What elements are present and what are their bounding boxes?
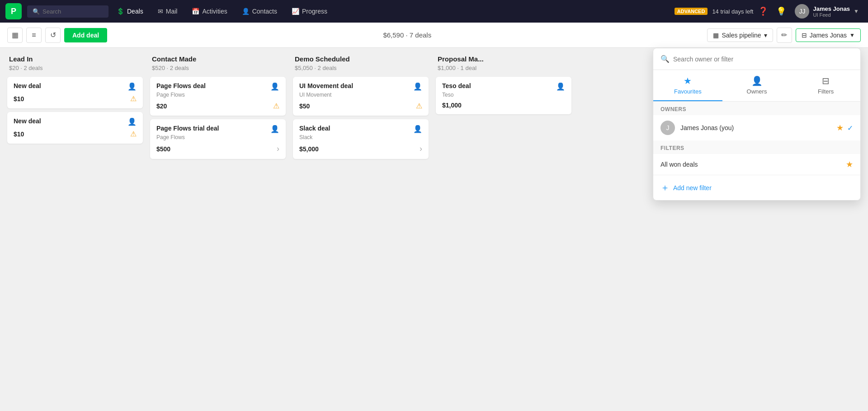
deal-subtitle: Teso [442, 92, 565, 98]
deal-card[interactable]: New deal 👤 $10 ⚠ [7, 112, 143, 144]
chevron-down-icon: ▼ [849, 32, 855, 38]
owner-avatar: J [660, 121, 675, 135]
star-icon[interactable]: ★ [846, 159, 853, 169]
plus-icon: ＋ [660, 182, 670, 194]
deal-subtitle: Page Flows [156, 92, 279, 98]
deal-amount: $10 [14, 95, 24, 103]
column-header: Demo Scheduled $5,050 · 2 deals [293, 55, 429, 77]
column-header: Contact Made $520 · 2 deals [150, 55, 286, 77]
deal-card[interactable]: Page Flows trial deal 👤 Page Flows $500 … [150, 119, 286, 159]
column-proposal-made: Proposal Ma... $1,000 · 1 deal Teso deal… [436, 55, 571, 404]
person-icon: 👤 [413, 125, 422, 133]
nav-item-activities[interactable]: 📅 Activities [185, 5, 233, 18]
trial-text: 14 trial days left [712, 8, 753, 15]
column-meta: $20 · 2 deals [9, 65, 141, 71]
deal-amount: $20 [156, 103, 167, 110]
filter-button[interactable]: ⊟ James Jonas ▼ [796, 28, 861, 42]
edit-pipeline-button[interactable]: ✏ [777, 28, 792, 43]
global-search[interactable]: 🔍 [27, 5, 108, 18]
tab-favourites[interactable]: ★ Favourites [653, 70, 722, 101]
nav-item-label: Contacts [252, 8, 277, 15]
column-title: Demo Scheduled [295, 55, 427, 63]
deal-card[interactable]: UI Movement deal 👤 UI Movement $50 ⚠ [293, 77, 429, 116]
chart-icon: 📈 [292, 8, 299, 15]
owner-name: James Jonas (you) [680, 124, 831, 131]
deal-title: Slack deal [299, 125, 330, 132]
search-input[interactable] [42, 8, 101, 15]
person-icon: 👤 [751, 75, 763, 86]
deal-amount: $1,000 [442, 102, 462, 109]
nav-item-contacts[interactable]: 👤 Contacts [236, 5, 283, 18]
deal-title: Teso deal [442, 82, 471, 89]
column-header: Lead In $20 · 2 deals [7, 55, 143, 77]
pipeline-selector[interactable]: ▦ Sales pipeline ▾ [707, 28, 773, 42]
nav-item-label: Progress [302, 8, 327, 15]
checkmark-icon: ✓ [847, 124, 853, 132]
pipeline-label: Sales pipeline [722, 32, 761, 39]
search-icon: 🔍 [33, 8, 40, 15]
add-filter-label: Add new filter [673, 184, 712, 191]
person-icon: 👤 [127, 117, 137, 126]
deal-title: New deal [14, 82, 41, 89]
owners-section-header: OWNERS [653, 102, 860, 115]
deal-amount: $50 [299, 103, 310, 110]
tab-label: Filters [818, 88, 834, 95]
filter-dropdown: 🔍 ★ Favourites 👤 Owners ⊟ Filters OWNERS… [653, 48, 861, 201]
person-icon: 👤 [270, 82, 279, 91]
person-icon: 👤 [127, 82, 137, 91]
list-view-button[interactable]: ≡ [26, 28, 42, 43]
deal-card[interactable]: Page Flows deal 👤 Page Flows $20 ⚠ [150, 77, 286, 116]
nav-item-progress[interactable]: 📈 Progress [285, 5, 334, 18]
nav-item-label: Deals [127, 8, 143, 15]
calendar-icon: 📅 [192, 8, 199, 15]
deal-title: New deal [14, 117, 41, 125]
mail-icon: ✉ [158, 8, 163, 15]
toolbar: ▦ ≡ ↺ Add deal $6,590 · 7 deals ▦ Sales … [0, 23, 868, 48]
filter-item-all-won[interactable]: All won deals ★ [653, 154, 860, 175]
nav-item-mail[interactable]: ✉ Mail [151, 5, 184, 18]
avatar: JJ [795, 4, 809, 19]
tab-owners[interactable]: 👤 Owners [722, 70, 792, 101]
filters-section-header: FILTERS [653, 140, 860, 154]
lightbulb-button[interactable]: 💡 [773, 3, 789, 19]
column-header: Proposal Ma... $1,000 · 1 deal [436, 55, 571, 77]
filter-icon: ⊟ [822, 75, 830, 86]
add-new-filter-button[interactable]: ＋ Add new filter [653, 175, 860, 200]
chevron-down-icon: ▾ [764, 32, 767, 39]
dropdown-tabs: ★ Favourites 👤 Owners ⊟ Filters [653, 70, 860, 102]
owner-item-james[interactable]: J James Jonas (you) ★ ✓ [653, 115, 860, 140]
user-info: James Jonas UI Feed [813, 5, 850, 18]
tab-label: Favourites [674, 88, 702, 95]
deal-title: Page Flows trial deal [156, 125, 219, 132]
dropdown-search-container: 🔍 [653, 48, 860, 70]
deal-card[interactable]: Slack deal 👤 Slack $5,000 › [293, 119, 429, 159]
pipeline-icon: ▦ [713, 32, 719, 39]
user-subtitle: UI Feed [813, 12, 850, 18]
kanban-view-button[interactable]: ▦ [7, 28, 23, 43]
board-summary: $6,590 · 7 deals [383, 31, 431, 39]
column-title: Proposal Ma... [438, 55, 570, 63]
user-menu[interactable]: JJ James Jonas UI Feed ▼ [791, 2, 863, 20]
filter-search-input[interactable] [673, 56, 853, 63]
add-deal-button[interactable]: Add deal [64, 28, 107, 42]
refresh-button[interactable]: ↺ [45, 28, 61, 43]
nav-item-deals[interactable]: 💲 Deals [110, 5, 150, 18]
person-icon: 👤 [270, 125, 279, 133]
plan-badge: ADVANCED [675, 8, 708, 15]
tab-filters[interactable]: ⊟ Filters [791, 70, 860, 101]
owner-actions: ★ ✓ [836, 123, 853, 133]
filter-icon: ⊟ [802, 32, 807, 39]
deal-amount: $5,000 [299, 145, 319, 153]
app-logo: P [5, 3, 22, 19]
filter-name: All won deals [660, 161, 840, 168]
deal-card[interactable]: New deal 👤 $10 ⚠ [7, 77, 143, 108]
person-icon: 👤 [413, 82, 422, 91]
arrow-icon: › [420, 144, 422, 154]
filter-actions: ★ [846, 159, 853, 169]
star-icon[interactable]: ★ [836, 123, 844, 133]
deal-card[interactable]: Teso deal 👤 Teso $1,000 [436, 77, 571, 114]
warning-icon: ⚠ [130, 130, 137, 138]
help-button[interactable]: ❓ [755, 3, 771, 19]
column-contact-made: Contact Made $520 · 2 deals Page Flows d… [150, 55, 286, 404]
nav-item-label: Mail [166, 8, 178, 15]
